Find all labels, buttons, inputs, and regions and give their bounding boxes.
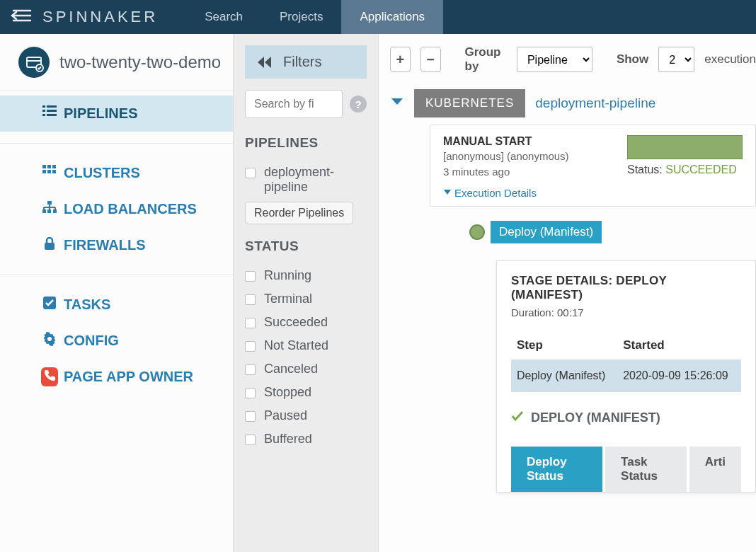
stage-node-button[interactable]: Deploy (Manifest) bbox=[491, 221, 602, 243]
sidebar-item-tasks[interactable]: TASKS bbox=[0, 287, 233, 323]
platform-tag: KUBERNETES bbox=[414, 89, 525, 117]
grid-icon bbox=[41, 165, 58, 181]
svg-rect-20 bbox=[47, 209, 51, 213]
stage-details-panel: STAGE DETAILS: DEPLOY (MANIFEST) Duratio… bbox=[496, 260, 756, 493]
stage-branch: Deploy (Manifest) bbox=[451, 211, 756, 243]
reorder-pipelines-button[interactable]: Reorder Pipelines bbox=[245, 202, 353, 224]
stage-duration: Duration: 00:17 bbox=[511, 306, 741, 318]
check-icon bbox=[41, 296, 58, 314]
svg-rect-11 bbox=[47, 114, 57, 116]
svg-rect-14 bbox=[52, 165, 56, 168]
svg-rect-15 bbox=[42, 170, 46, 173]
filters-toggle[interactable]: Filters bbox=[245, 45, 367, 79]
filter-status-buffered[interactable]: Buffered bbox=[245, 427, 367, 451]
app-header: two-twenty-two-demo bbox=[0, 34, 233, 91]
nav-search[interactable]: Search bbox=[186, 0, 261, 34]
svg-rect-16 bbox=[47, 170, 51, 173]
remove-button[interactable]: − bbox=[420, 47, 441, 72]
main-content: + − Group by Pipeline Show 2 execution K… bbox=[379, 34, 756, 552]
app-icon bbox=[18, 47, 50, 78]
svg-rect-7 bbox=[47, 105, 57, 108]
sidebar-label: TASKS bbox=[64, 297, 110, 313]
pipeline-header: KUBERNETES deployment-pipeline bbox=[390, 89, 756, 117]
add-button[interactable]: + bbox=[390, 47, 411, 72]
checkbox-icon[interactable] bbox=[245, 435, 256, 445]
sidebar-item-pipelines[interactable]: PIPELINES bbox=[0, 96, 233, 132]
cell-step: Deploy (Manifest) bbox=[511, 360, 617, 392]
sidebar-label: LOAD BALANCERS bbox=[64, 201, 197, 217]
execution-card: MANUAL START [anonymous] (anonymous) 3 m… bbox=[430, 125, 756, 207]
chevron-down-icon[interactable] bbox=[390, 97, 404, 110]
filter-heading-pipelines: PIPELINES bbox=[245, 135, 367, 151]
execution-status: Status: SUCCEEDED bbox=[627, 163, 743, 176]
nav-projects[interactable]: Projects bbox=[261, 0, 341, 34]
checkbox-icon[interactable] bbox=[245, 411, 256, 422]
filter-status-running[interactable]: Running bbox=[245, 264, 367, 287]
left-sidebar: two-twenty-two-demo PIPELINES CLUSTERS L… bbox=[0, 34, 234, 552]
tab-deploy-status[interactable]: Deploy Status bbox=[511, 447, 602, 492]
stage-status-dot bbox=[469, 224, 485, 240]
show-label: Show bbox=[617, 52, 648, 67]
svg-rect-17 bbox=[52, 170, 56, 173]
sidebar-item-clusters[interactable]: CLUSTERS bbox=[0, 155, 233, 191]
filter-pipeline-item[interactable]: deployment-pipeline bbox=[245, 161, 367, 199]
help-icon[interactable]: ? bbox=[350, 96, 367, 113]
sidebar-item-firewalls[interactable]: FIREWALLS bbox=[0, 227, 233, 263]
checkbox-icon[interactable] bbox=[245, 271, 256, 282]
pipeline-name-link[interactable]: deployment-pipeline bbox=[535, 96, 655, 111]
sidebar-label: FIREWALLS bbox=[64, 237, 146, 253]
execution-details-link[interactable]: Execution Details bbox=[443, 187, 599, 199]
list-icon bbox=[41, 105, 58, 122]
lock-icon bbox=[41, 237, 58, 253]
filter-pipeline-label: deployment-pipeline bbox=[264, 165, 367, 195]
checkbox-icon[interactable] bbox=[245, 388, 256, 398]
toolbar: + − Group by Pipeline Show 2 execution bbox=[390, 45, 756, 74]
checkbox-icon[interactable] bbox=[245, 364, 256, 375]
checkbox-icon[interactable] bbox=[245, 168, 256, 178]
filters-label: Filters bbox=[283, 54, 321, 70]
phone-icon bbox=[41, 367, 58, 386]
progress-bar bbox=[627, 135, 743, 159]
stage-tabs: Deploy Status Task Status Arti bbox=[511, 447, 741, 492]
execution-time: 3 minutes ago bbox=[443, 165, 599, 179]
steps-table: Step Started Deploy (Manifest) 2020-09-0… bbox=[511, 331, 741, 392]
tab-task-status[interactable]: Task Status bbox=[605, 447, 687, 492]
groupby-select[interactable]: Pipeline bbox=[517, 47, 592, 72]
stage-details-title: STAGE DETAILS: DEPLOY (MANIFEST) bbox=[511, 274, 741, 302]
svg-point-30 bbox=[47, 337, 52, 341]
execution-trigger: MANUAL START bbox=[443, 135, 599, 148]
sidebar-item-pageowner[interactable]: PAGE APP OWNER bbox=[0, 359, 233, 395]
svg-rect-12 bbox=[42, 165, 46, 168]
checkbox-icon[interactable] bbox=[245, 341, 256, 352]
filter-status-paused[interactable]: Paused bbox=[245, 404, 367, 427]
check-icon bbox=[511, 410, 524, 425]
primary-nav: Search Projects Applications bbox=[186, 0, 443, 34]
sidebar-item-loadbalancers[interactable]: LOAD BALANCERS bbox=[0, 191, 233, 227]
filter-status-succeeded[interactable]: Succeeded bbox=[245, 311, 367, 334]
svg-rect-27 bbox=[45, 243, 55, 250]
checkbox-icon[interactable] bbox=[245, 318, 256, 328]
chevron-down-icon bbox=[443, 189, 452, 196]
gear-icon bbox=[41, 332, 58, 350]
filter-status-notstarted[interactable]: Not Started bbox=[245, 334, 367, 357]
table-row[interactable]: Deploy (Manifest) 2020-09-09 15:26:09 bbox=[511, 360, 741, 392]
search-input[interactable] bbox=[245, 90, 343, 118]
tab-artifacts[interactable]: Arti bbox=[689, 447, 741, 492]
filter-status-stopped[interactable]: Stopped bbox=[245, 381, 367, 404]
svg-rect-13 bbox=[47, 165, 51, 168]
filter-status-terminal[interactable]: Terminal bbox=[245, 287, 367, 311]
show-select[interactable]: 2 bbox=[658, 47, 694, 72]
nav-applications[interactable]: Applications bbox=[341, 0, 443, 34]
sidebar-item-config[interactable]: CONFIG bbox=[0, 323, 233, 359]
executions-label: execution bbox=[704, 52, 756, 67]
top-navbar: SPINNAKER Search Projects Applications bbox=[0, 0, 756, 34]
svg-rect-6 bbox=[42, 105, 45, 108]
col-step: Step bbox=[511, 331, 617, 360]
execution-user: [anonymous] (anonymous) bbox=[443, 149, 599, 163]
groupby-label: Group by bbox=[465, 45, 507, 74]
filter-heading-status: STATUS bbox=[245, 238, 367, 254]
svg-rect-10 bbox=[42, 114, 45, 116]
filter-status-canceled[interactable]: Canceled bbox=[245, 357, 367, 381]
checkbox-icon[interactable] bbox=[245, 294, 256, 305]
menu-toggle-icon[interactable] bbox=[0, 8, 42, 26]
